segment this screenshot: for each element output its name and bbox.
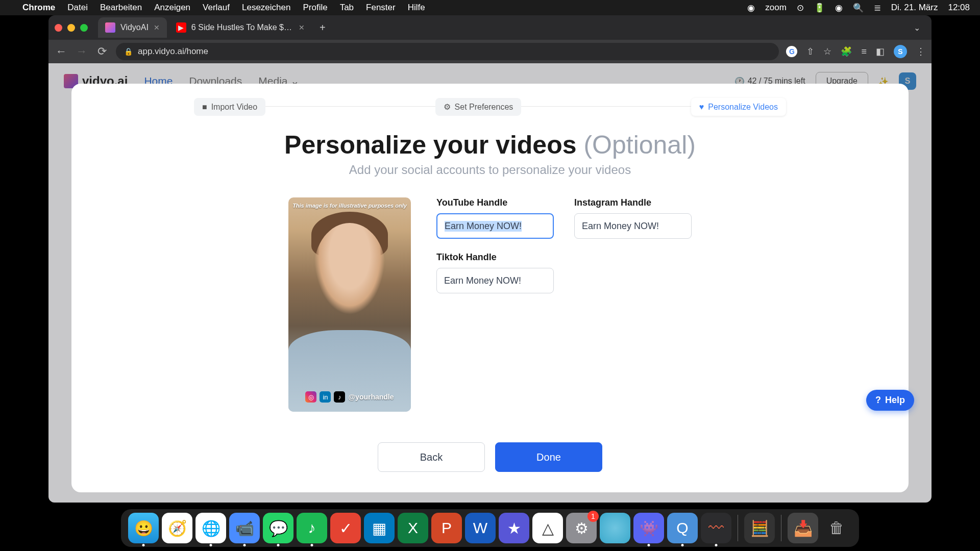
menu-tab[interactable]: Tab [340, 3, 354, 13]
help-button[interactable]: ?Help [866, 390, 914, 411]
tiktok-label: Tiktok Handle [436, 252, 554, 263]
modal-body: This image is for illustrative purposes … [92, 197, 888, 412]
dock-downloads[interactable]: 📥 [788, 513, 818, 543]
dock-powerpoint[interactable]: P [431, 513, 462, 543]
control-center-icon[interactable]: ≣ [874, 3, 881, 13]
youtube-favicon: ▶ [176, 22, 186, 33]
tiktok-input[interactable] [436, 268, 554, 293]
minimize-window[interactable] [67, 24, 75, 32]
handle-fields: YouTube Handle Instagram Handle Tiktok H… [436, 197, 692, 412]
tab-overflow-icon[interactable]: ⌄ [909, 23, 925, 33]
zoom-indicator[interactable]: zoom [765, 3, 787, 13]
dock-googledrive[interactable]: △ [532, 513, 563, 543]
dock-excel[interactable]: X [398, 513, 428, 543]
dock-chrome[interactable]: 🌐 [195, 513, 226, 543]
preview-handle: @yourhandle [348, 393, 394, 401]
heart-icon: ♥ [699, 103, 704, 112]
menu-datei[interactable]: Datei [67, 3, 88, 13]
step-set-preferences[interactable]: ⚙Set Preferences [435, 98, 522, 116]
menu-bearbeiten[interactable]: Bearbeiten [100, 3, 142, 13]
share-icon[interactable]: ⇧ [806, 46, 814, 57]
menu-lesezeichen[interactable]: Lesezeichen [242, 3, 290, 13]
bookmark-icon[interactable]: ☆ [823, 46, 831, 57]
close-tab-icon[interactable]: ✕ [299, 23, 305, 32]
dock-settings[interactable]: ⚙1 [566, 513, 597, 543]
done-button[interactable]: Done [495, 442, 602, 472]
dock-finder[interactable]: 😀 [128, 513, 159, 543]
tabstrip: VidyoAI ✕ ▶ 6 Side Hustles To Make $1000… [48, 15, 932, 40]
personalize-modal: ■Import Video ⚙Set Preferences ♥Personal… [71, 84, 909, 492]
tab-youtube[interactable]: ▶ 6 Side Hustles To Make $1000 ✕ [169, 17, 312, 38]
dock-trash[interactable]: 🗑 [821, 513, 852, 543]
forward-button[interactable]: → [75, 45, 88, 58]
battery-icon[interactable]: 🔋 [814, 3, 825, 13]
maximize-window[interactable] [80, 24, 88, 32]
preview-image: This image is for illustrative purposes … [288, 197, 411, 412]
dock-trello[interactable]: ▦ [364, 513, 395, 543]
dock-audio-app[interactable]: 〰 [701, 513, 731, 543]
gear-icon: ⚙ [444, 102, 451, 112]
tab-title: 6 Side Hustles To Make $1000 [191, 23, 293, 32]
menu-hilfe[interactable]: Hilfe [408, 3, 425, 13]
wifi-icon[interactable]: ◉ [835, 3, 843, 13]
dock-app-blue[interactable] [600, 513, 630, 543]
dock-separator [738, 515, 738, 541]
back-button[interactable]: ← [55, 45, 68, 58]
macos-menubar: Chrome Datei Bearbeiten Anzeigen Verlauf… [0, 0, 980, 15]
close-window[interactable] [55, 24, 62, 32]
instagram-field: Instagram Handle [574, 197, 692, 239]
reading-list-icon[interactable]: ≡ [861, 46, 867, 57]
tab-title: VidyoAI [120, 23, 149, 32]
menu-fenster[interactable]: Fenster [366, 3, 396, 13]
dock-safari[interactable]: 🧭 [162, 513, 192, 543]
record-icon[interactable]: ◉ [747, 3, 755, 13]
modal-title: Personalize your videos (Optional) [92, 130, 888, 160]
search-icon[interactable]: 🔍 [853, 3, 864, 13]
sidepanel-icon[interactable]: ◧ [876, 46, 885, 57]
address-bar[interactable]: 🔒 app.vidyo.ai/home [116, 43, 779, 60]
youtube-input[interactable] [436, 213, 554, 239]
preview-social-row: ◎ in ♪ @yourhandle [288, 391, 411, 403]
menu-profile[interactable]: Profile [303, 3, 327, 13]
chrome-menu-icon[interactable]: ⋮ [916, 46, 925, 57]
dock-word[interactable]: W [465, 513, 496, 543]
dock-todoist[interactable]: ✓ [330, 513, 361, 543]
new-tab-button[interactable]: + [314, 19, 331, 36]
dock-whatsapp[interactable]: 💬 [263, 513, 293, 543]
help-widget: ?Help [866, 390, 914, 411]
modal-subtitle: Add your social accounts to personalize … [92, 163, 888, 177]
google-translate-icon[interactable]: G [786, 46, 797, 57]
menu-anzeigen[interactable]: Anzeigen [154, 3, 190, 13]
tiktok-icon: ♪ [334, 391, 345, 403]
back-button[interactable]: Back [378, 442, 485, 472]
profile-avatar[interactable]: S [894, 45, 907, 58]
dock-zoom[interactable]: 📹 [229, 513, 260, 543]
instagram-input[interactable] [574, 213, 692, 239]
close-tab-icon[interactable]: ✕ [154, 23, 160, 32]
linkedin-icon: in [320, 391, 331, 403]
chrome-window: VidyoAI ✕ ▶ 6 Side Hustles To Make $1000… [48, 15, 932, 503]
step-import-video[interactable]: ■Import Video [194, 98, 265, 116]
extensions-icon[interactable]: 🧩 [841, 46, 852, 57]
menubar-app-name[interactable]: Chrome [22, 3, 55, 13]
vidyo-favicon [105, 22, 115, 33]
menu-verlauf[interactable]: Verlauf [203, 3, 230, 13]
menubar-time[interactable]: 12:08 [948, 3, 970, 13]
step-personalize-videos[interactable]: ♥Personalize Videos [691, 98, 786, 116]
screen-mirror-icon[interactable]: ⊙ [797, 3, 804, 13]
dock-spotify[interactable]: ♪ [297, 513, 327, 543]
tab-vidyoai[interactable]: VidyoAI ✕ [98, 17, 167, 38]
instagram-label: Instagram Handle [574, 197, 692, 208]
reload-button[interactable]: ⟳ [95, 45, 109, 58]
dock-imovie[interactable]: ★ [499, 513, 529, 543]
url-text: app.vidyo.ai/home [138, 46, 208, 57]
page-content: vidyo.ai Home Downloads Media ⌄ 🕐42 / 75… [48, 63, 932, 503]
dock-discord[interactable]: 👾 [633, 513, 664, 543]
dock-quicktime[interactable]: Q [667, 513, 698, 543]
menubar-date[interactable]: Di. 21. März [891, 3, 938, 13]
youtube-field: YouTube Handle [436, 197, 554, 239]
modal-footer: Back Done [92, 442, 888, 472]
toolbar: ← → ⟳ 🔒 app.vidyo.ai/home G ⇧ ☆ 🧩 ≡ ◧ S … [48, 40, 932, 63]
window-controls [55, 24, 88, 32]
dock-calculator[interactable]: 🧮 [744, 513, 775, 543]
